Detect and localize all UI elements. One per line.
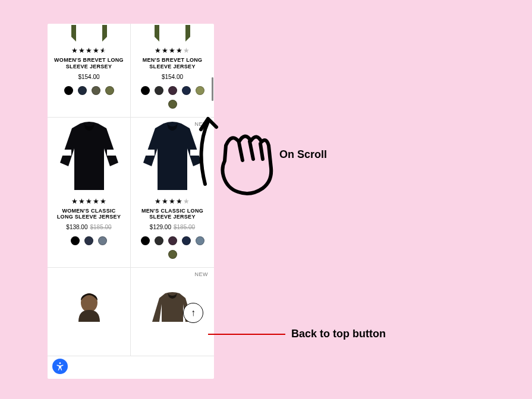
- color-swatches: [140, 86, 205, 109]
- color-swatch[interactable]: [78, 86, 87, 95]
- color-swatch[interactable]: [155, 86, 163, 95]
- color-swatches: [71, 236, 107, 245]
- color-swatch[interactable]: [64, 86, 73, 95]
- color-swatch[interactable]: [84, 236, 93, 245]
- color-swatch[interactable]: [168, 86, 177, 95]
- rating-stars: ★★★★★: [155, 197, 190, 205]
- product-card[interactable]: ★★★★★MEN'S BREVET LONG SLEEVE JERSEY$154…: [131, 24, 214, 118]
- color-swatch[interactable]: [98, 236, 107, 245]
- annotation-on-scroll: On Scroll: [279, 148, 327, 161]
- color-swatches: [64, 86, 114, 95]
- color-swatch[interactable]: [92, 86, 100, 95]
- mobile-product-grid[interactable]: ★★★★★★WOMEN'S BREVET LONG SLEEVE JERSEY$…: [48, 24, 214, 379]
- color-swatch[interactable]: [155, 236, 163, 245]
- new-badge: NEW: [195, 271, 209, 277]
- product-image[interactable]: [56, 121, 122, 192]
- color-swatch[interactable]: [196, 236, 204, 245]
- color-swatch[interactable]: [71, 236, 80, 245]
- product-image[interactable]: [140, 24, 205, 42]
- product-price: $138.00$185.00: [66, 224, 111, 230]
- color-swatch[interactable]: [141, 86, 150, 95]
- scroll-gesture-illustration: [190, 113, 273, 202]
- svg-rect-3: [145, 150, 155, 156]
- color-swatch[interactable]: [168, 236, 177, 245]
- color-swatch[interactable]: [182, 236, 191, 245]
- product-card[interactable]: ★★★★★WOMEN'S CLASSIC LONG SLEEVE JERSEY$…: [48, 118, 131, 268]
- product-card[interactable]: ★★★★★★WOMEN'S BREVET LONG SLEEVE JERSEY$…: [48, 24, 131, 118]
- rating-stars: ★★★★★: [71, 197, 107, 205]
- accessibility-button[interactable]: [52, 359, 68, 374]
- color-swatches: [140, 236, 205, 259]
- color-swatch[interactable]: [141, 236, 150, 245]
- color-swatch[interactable]: [168, 100, 177, 109]
- arrow-up-icon: ↑: [191, 308, 196, 318]
- svg-rect-0: [107, 150, 117, 156]
- annotation-back-to-top: Back to top button: [291, 328, 386, 340]
- product-title: WOMEN'S CLASSIC LONG SLEEVE JERSEY: [53, 208, 125, 221]
- svg-point-5: [59, 362, 61, 364]
- product-image[interactable]: [56, 24, 122, 42]
- product-title: WOMEN'S BREVET LONG SLEEVE JERSEY: [53, 57, 125, 70]
- product-price: $129.00$185.00: [150, 224, 195, 230]
- color-swatch[interactable]: [182, 86, 191, 95]
- color-swatch[interactable]: [105, 86, 114, 95]
- rating-stars: ★★★★★★: [71, 46, 107, 55]
- back-to-top-button[interactable]: ↑: [183, 303, 203, 323]
- product-title: MEN'S CLASSIC LONG SLEEVE JERSEY: [137, 208, 208, 221]
- rating-stars: ★★★★★: [155, 46, 190, 55]
- product-price: $154.00: [162, 74, 183, 80]
- accessibility-icon: [55, 362, 65, 371]
- scrollbar-thumb[interactable]: [212, 77, 213, 101]
- product-price: $154.00: [78, 74, 99, 80]
- color-swatch[interactable]: [168, 250, 177, 259]
- svg-rect-1: [62, 150, 71, 156]
- annotation-callout-line: [208, 334, 285, 335]
- color-swatch[interactable]: [196, 86, 204, 95]
- product-image[interactable]: [56, 271, 122, 343]
- product-title: MEN'S BREVET LONG SLEEVE JERSEY: [137, 57, 208, 70]
- product-card[interactable]: [48, 268, 131, 356]
